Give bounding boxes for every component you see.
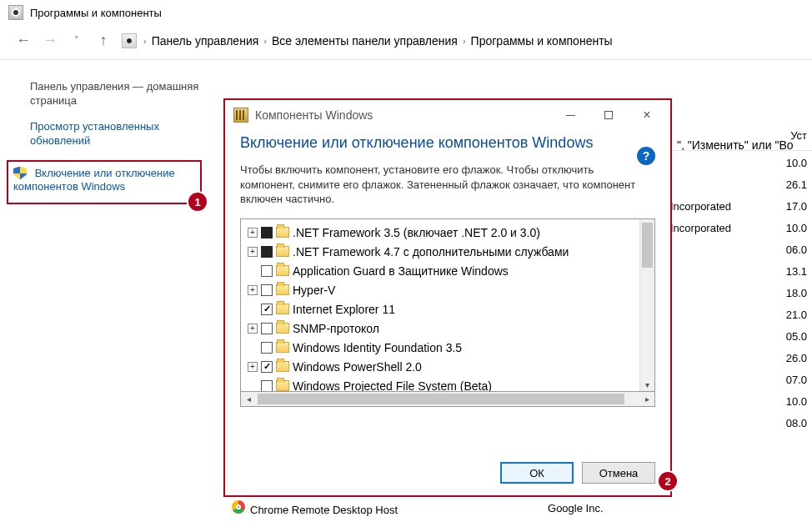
expand-icon[interactable]: + [248, 324, 258, 334]
callout-badge-1: 1 [188, 193, 207, 211]
table-cell: Incorporated [670, 196, 731, 218]
expand-icon [248, 343, 258, 353]
cancel-button[interactable]: Отмена [582, 462, 655, 484]
nav-recent-dropdown[interactable]: ˅ [68, 35, 85, 46]
nav-up-button[interactable]: ↑ [95, 32, 112, 49]
scroll-left-icon[interactable]: ◂ [241, 392, 256, 406]
expand-icon[interactable]: + [248, 285, 258, 295]
feature-checkbox[interactable] [261, 265, 273, 277]
breadcrumb-item[interactable]: Программы и компоненты [471, 34, 613, 48]
maximize-button[interactable] [590, 103, 627, 128]
feature-label: Windows PowerShell 2.0 [293, 360, 422, 374]
window-titlebar: Программы и компоненты [0, 0, 812, 25]
help-icon[interactable]: ? [637, 147, 655, 165]
breadcrumb-icon [122, 33, 137, 48]
sidebar-updates-link[interactable]: Просмотр установленных обновлений [30, 120, 202, 148]
folder-icon [276, 246, 289, 257]
feature-checkbox[interactable] [261, 342, 273, 354]
feature-checkbox[interactable] [261, 323, 273, 334]
table-cell: 18.0 [670, 283, 812, 304]
folder-icon [276, 284, 289, 295]
table-cell: 13.1 [670, 261, 812, 283]
feature-label: Application Guard в Защитнике Windows [293, 264, 509, 278]
navigation-bar: ← → ˅ ↑ › Панель управления › Все элемен… [0, 25, 812, 60]
program-row[interactable]: Chrome Remote Desktop Host Google Inc. [232, 500, 604, 516]
feature-checkbox[interactable]: ✓ [261, 304, 273, 315]
feature-checkbox[interactable] [261, 284, 273, 296]
sidebar-home-link[interactable]: Панель управления — домашняя страница [30, 80, 202, 108]
feature-item[interactable]: +Hyper-V [243, 280, 638, 299]
table-cell: 07.0 [670, 369, 812, 391]
minimize-button[interactable] [552, 103, 589, 128]
chevron-icon[interactable]: › [463, 36, 466, 46]
feature-checkbox[interactable]: ✓ [261, 361, 273, 373]
nav-forward-button[interactable]: → [42, 32, 58, 49]
expand-icon[interactable]: + [248, 228, 258, 238]
features-tree: +.NET Framework 3.5 (включает .NET 2.0 и… [240, 218, 655, 392]
chrome-icon [232, 500, 245, 514]
folder-icon [276, 304, 289, 314]
feature-item[interactable]: Application Guard в Защитнике Windows [243, 261, 638, 280]
chevron-icon[interactable]: › [143, 36, 147, 46]
horizontal-scrollbar[interactable]: ◂ ▸ [240, 392, 655, 407]
feature-checkbox[interactable] [261, 227, 273, 238]
feature-label: Internet Explorer 11 [293, 303, 395, 316]
table-cell: 08.0 [670, 413, 812, 434]
feature-item[interactable]: +.NET Framework 3.5 (включает .NET 2.0 и… [243, 223, 638, 242]
expand-icon[interactable]: + [248, 247, 258, 257]
table-cell: 26.0 [670, 348, 812, 369]
dialog-title: Компоненты Windows [255, 108, 373, 122]
table-cell: 10.0 [670, 391, 812, 413]
shield-icon [13, 167, 27, 180]
window-title: Программы и компоненты [30, 7, 162, 19]
table-cell: 10.0 [786, 218, 812, 239]
expand-icon[interactable]: + [248, 362, 258, 372]
feature-label: .NET Framework 4.7 с дополнительными слу… [293, 245, 569, 258]
scroll-down-icon[interactable]: ▾ [640, 378, 654, 391]
feature-label: SNMP-протокол [293, 322, 379, 335]
sidebar-features-highlight: Включение или отключение компонентов Win… [7, 160, 202, 205]
breadcrumb-item[interactable]: Все элементы панели управления [272, 34, 458, 48]
folder-icon [276, 342, 289, 353]
ok-button[interactable]: ОК [500, 462, 574, 484]
folder-icon [276, 361, 289, 372]
table-cell: Incorporated [670, 218, 731, 239]
feature-item[interactable]: +SNMP-протокол [243, 319, 638, 338]
feature-item[interactable]: Windows Projected File System (Beta) [243, 376, 638, 391]
feature-item[interactable]: +.NET Framework 4.7 с дополнительными сл… [243, 242, 638, 261]
close-button[interactable]: × [629, 103, 665, 128]
folder-icon [276, 323, 289, 334]
background-table: Уст 10.0 26.1 Incorporated17.0 Incorpora… [670, 125, 812, 434]
windows-features-dialog: Компоненты Windows × Включение или отклю… [223, 98, 672, 497]
table-cell: 26.1 [670, 174, 812, 196]
background-table-header: Уст [670, 125, 812, 151]
chevron-icon[interactable]: › [263, 36, 267, 46]
app-icon [8, 5, 23, 20]
callout-badge-2: 2 [659, 472, 677, 490]
feature-checkbox[interactable] [261, 380, 273, 392]
feature-checkbox[interactable] [261, 246, 273, 258]
sidebar-features-link[interactable]: Включение или отключение компонентов Win… [13, 167, 175, 193]
dialog-heading: Включение или отключение компонентов Win… [240, 133, 607, 153]
breadcrumb-item[interactable]: Панель управления [152, 34, 259, 48]
dialog-titlebar[interactable]: Компоненты Windows × [225, 100, 670, 130]
vertical-scrollbar[interactable]: ▾ [639, 219, 654, 391]
folder-icon [276, 380, 289, 391]
table-cell: 17.0 [786, 196, 812, 218]
feature-item[interactable]: +✓Windows PowerShell 2.0 [243, 357, 638, 376]
nav-back-button[interactable]: ← [15, 32, 32, 49]
table-cell: 06.0 [670, 239, 812, 261]
feature-item[interactable]: ✓Internet Explorer 11 [243, 299, 638, 319]
program-name: Chrome Remote Desktop Host [250, 504, 398, 516]
feature-label: .NET Framework 3.5 (включает .NET 2.0 и … [293, 226, 540, 239]
program-publisher: Google Inc. [548, 502, 604, 514]
expand-icon [248, 266, 258, 276]
table-cell: 10.0 [670, 153, 812, 174]
scroll-right-icon[interactable]: ▸ [639, 392, 654, 406]
table-cell: 21.0 [670, 304, 812, 326]
expand-icon [248, 304, 258, 314]
feature-label: Windows Projected File System (Beta) [293, 379, 492, 392]
expand-icon [248, 381, 258, 391]
feature-label: Windows Identity Foundation 3.5 [293, 341, 462, 354]
feature-item[interactable]: Windows Identity Foundation 3.5 [243, 338, 638, 357]
